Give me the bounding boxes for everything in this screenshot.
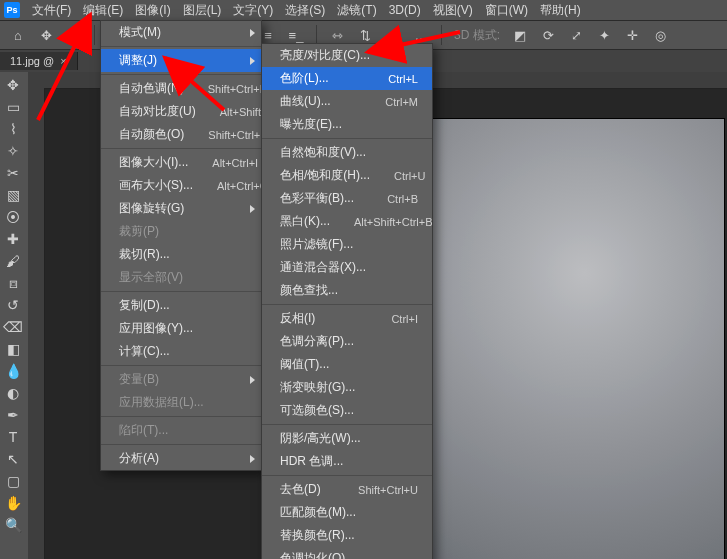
adj-threshold[interactable]: 阈值(T)... (262, 353, 432, 376)
menu-trim[interactable]: 裁切(R)... (101, 243, 261, 266)
separator (316, 25, 317, 45)
adj-gradient-map[interactable]: 渐变映射(G)... (262, 376, 432, 399)
adj-desaturate[interactable]: 去色(D)Shift+Ctrl+U (262, 478, 432, 501)
separator (441, 25, 442, 45)
camera-icon[interactable]: ◎ (648, 23, 672, 47)
close-icon[interactable]: × (60, 55, 66, 67)
menu-canvas-size[interactable]: 画布大小(S)...Alt+Ctrl+C (101, 174, 261, 197)
light-icon[interactable]: ✦ (592, 23, 616, 47)
frame-tool[interactable]: ▧ (1, 184, 25, 206)
adj-posterize[interactable]: 色调分离(P)... (262, 330, 432, 353)
adjustments-submenu: 亮度/对比度(C)... 色阶(L)...Ctrl+L 曲线(U)...Ctrl… (261, 43, 433, 559)
menu-apply-image[interactable]: 应用图像(Y)... (101, 317, 261, 340)
type-tool[interactable]: T (1, 426, 25, 448)
adj-black-white[interactable]: 黑白(K)...Alt+Shift+Ctrl+B (262, 210, 432, 233)
axis-icon[interactable]: ✛ (620, 23, 644, 47)
menu-analysis[interactable]: 分析(A) (101, 447, 261, 470)
separator (94, 25, 95, 45)
chevron-right-icon (250, 455, 255, 463)
adj-selective-color[interactable]: 可选颜色(S)... (262, 399, 432, 422)
menu-mode[interactable]: 模式(M) (101, 21, 261, 44)
hand-tool[interactable]: ✋ (1, 492, 25, 514)
menu-view[interactable]: 视图(V) (427, 0, 479, 21)
home-icon[interactable]: ⌂ (6, 23, 30, 47)
menu-type[interactable]: 文字(Y) (227, 0, 279, 21)
toolbox: ✥▭⌇✧✂▧⦿✚🖌⧈↺⌫◧💧◐✒T↖▢✋🔍 (0, 72, 29, 559)
gradient-tool[interactable]: ◧ (1, 338, 25, 360)
ruler-vertical (28, 72, 45, 559)
image-menu-dropdown: 模式(M) 调整(J) 自动色调(N)Shift+Ctrl+L 自动对比度(U)… (100, 20, 262, 471)
chevron-down-icon[interactable]: ▾ (62, 23, 86, 47)
move-tool[interactable]: ✥ (1, 74, 25, 96)
wand-tool[interactable]: ✧ (1, 140, 25, 162)
chevron-right-icon (250, 205, 255, 213)
blur-tool[interactable]: 💧 (1, 360, 25, 382)
chevron-right-icon (250, 376, 255, 384)
menu-auto-tone[interactable]: 自动色调(N)Shift+Ctrl+L (101, 77, 261, 100)
adj-shadows-highlights[interactable]: 阴影/高光(W)... (262, 427, 432, 450)
lasso-tool[interactable]: ⌇ (1, 118, 25, 140)
adj-curves[interactable]: 曲线(U)...Ctrl+M (262, 90, 432, 113)
menu-reveal-all: 显示全部(V) (101, 266, 261, 289)
path-tool[interactable]: ↖ (1, 448, 25, 470)
document-image[interactable] (413, 118, 725, 559)
adj-exposure[interactable]: 曝光度(E)... (262, 113, 432, 136)
pen-tool[interactable]: ✒ (1, 404, 25, 426)
menu-calculations[interactable]: 计算(C)... (101, 340, 261, 363)
adj-brightness-contrast[interactable]: 亮度/对比度(C)... (262, 44, 432, 67)
menu-auto-color[interactable]: 自动颜色(O)Shift+Ctrl+B (101, 123, 261, 146)
menu-image[interactable]: 图像(I) (129, 0, 176, 21)
crop-tool[interactable]: ✂ (1, 162, 25, 184)
adj-channel-mixer[interactable]: 通道混合器(X)... (262, 256, 432, 279)
menu-window[interactable]: 窗口(W) (479, 0, 534, 21)
eraser-tool[interactable]: ⌫ (1, 316, 25, 338)
menu-variables: 变量(B) (101, 368, 261, 391)
menu-help[interactable]: 帮助(H) (534, 0, 587, 21)
menu-trap: 陷印(T)... (101, 419, 261, 442)
marquee-tool[interactable]: ▭ (1, 96, 25, 118)
app-icon: Ps (4, 2, 20, 18)
scale3d-icon[interactable]: ⤢ (564, 23, 588, 47)
zoom-tool[interactable]: 🔍 (1, 514, 25, 536)
dodge-tool[interactable]: ◐ (1, 382, 25, 404)
adj-color-lookup[interactable]: 颜色查找... (262, 279, 432, 302)
menu-auto-contrast[interactable]: 自动对比度(U)Alt+Shift+Ctrl+L (101, 100, 261, 123)
menu-layer[interactable]: 图层(L) (177, 0, 228, 21)
adj-vibrance[interactable]: 自然饱和度(V)... (262, 141, 432, 164)
adj-match-color[interactable]: 匹配颜色(M)... (262, 501, 432, 524)
brush-tool[interactable]: 🖌 (1, 250, 25, 272)
heal-tool[interactable]: ✚ (1, 228, 25, 250)
chevron-right-icon (250, 57, 255, 65)
menu-file[interactable]: 文件(F) (26, 0, 77, 21)
mode3d-label: 3D 模式: (450, 27, 504, 44)
menu-3d[interactable]: 3D(D) (383, 1, 427, 19)
rotate3d-icon[interactable]: ⟳ (536, 23, 560, 47)
adj-color-balance[interactable]: 色彩平衡(B)...Ctrl+B (262, 187, 432, 210)
menu-crop: 裁剪(P) (101, 220, 261, 243)
cube-icon[interactable]: ◩ (508, 23, 532, 47)
document-tab[interactable]: 11.jpg @ × (0, 52, 78, 70)
menu-edit[interactable]: 编辑(E) (77, 0, 129, 21)
menu-apply-dataset: 应用数据组(L)... (101, 391, 261, 414)
move-icon[interactable]: ✥ (34, 23, 58, 47)
menu-image-rotation[interactable]: 图像旋转(G) (101, 197, 261, 220)
menu-adjustments[interactable]: 调整(J) (101, 49, 261, 72)
adj-hdr-toning[interactable]: HDR 色调... (262, 450, 432, 473)
adj-invert[interactable]: 反相(I)Ctrl+I (262, 307, 432, 330)
history-brush-tool[interactable]: ↺ (1, 294, 25, 316)
shape-tool[interactable]: ▢ (1, 470, 25, 492)
chevron-right-icon (250, 29, 255, 37)
menu-select[interactable]: 选择(S) (279, 0, 331, 21)
menu-duplicate[interactable]: 复制(D)... (101, 294, 261, 317)
document-tab-label: 11.jpg @ (10, 55, 54, 67)
eyedropper-tool[interactable]: ⦿ (1, 206, 25, 228)
adj-photo-filter[interactable]: 照片滤镜(F)... (262, 233, 432, 256)
adj-replace-color[interactable]: 替换颜色(R)... (262, 524, 432, 547)
adj-equalize[interactable]: 色调均化(Q) (262, 547, 432, 559)
menu-image-size[interactable]: 图像大小(I)...Alt+Ctrl+I (101, 151, 261, 174)
menu-filter[interactable]: 滤镜(T) (331, 0, 382, 21)
adj-levels[interactable]: 色阶(L)...Ctrl+L (262, 67, 432, 90)
stamp-tool[interactable]: ⧈ (1, 272, 25, 294)
main-menubar: Ps 文件(F) 编辑(E) 图像(I) 图层(L) 文字(Y) 选择(S) 滤… (0, 0, 727, 21)
adj-hue-saturation[interactable]: 色相/饱和度(H)...Ctrl+U (262, 164, 432, 187)
